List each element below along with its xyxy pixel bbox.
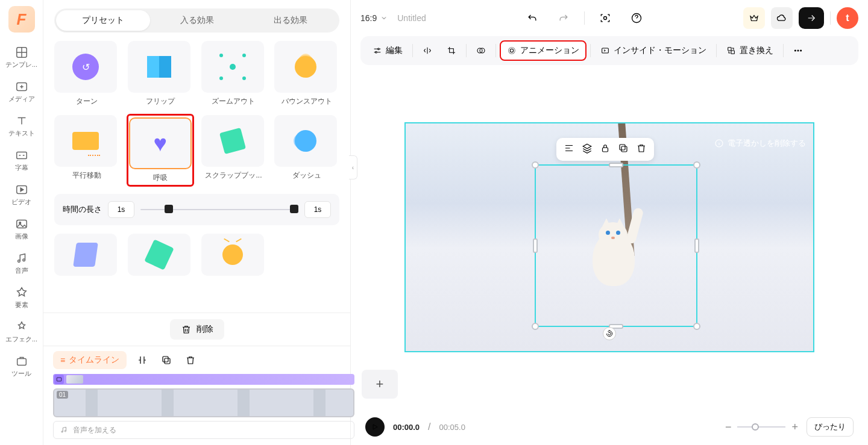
export-button[interactable] — [799, 7, 824, 29]
preset-flip[interactable]: フリップ — [128, 41, 193, 107]
user-avatar[interactable]: t — [837, 7, 858, 29]
preset-turn[interactable]: ↺ターン — [54, 41, 119, 107]
handle-n[interactable] — [609, 163, 623, 167]
nav-templates[interactable]: テンプレ... — [4, 42, 40, 73]
tab-exit[interactable]: 出る効果 — [244, 10, 338, 31]
effect-tabs: プリセット 入る効果 出る効果 — [54, 8, 339, 33]
timeline-area: ≡タイムライン 01 音声を加える — [43, 346, 350, 445]
svg-point-27 — [800, 50, 802, 51]
time-current: 00:00.0 — [393, 423, 420, 432]
zoom-slider[interactable] — [737, 426, 785, 428]
handle-se[interactable] — [693, 323, 700, 330]
replace-button[interactable]: 置き換え — [720, 42, 779, 60]
svg-point-14 — [604, 17, 607, 20]
add-audio-track[interactable]: 音声を加える — [53, 421, 354, 439]
svg-rect-23 — [728, 48, 731, 51]
scan-button[interactable] — [594, 7, 616, 29]
duration-start-value[interactable]: 1s — [108, 201, 134, 218]
selection-box[interactable] — [535, 164, 697, 327]
tab-preset[interactable]: プリセット — [56, 10, 150, 31]
preset-scrapbook[interactable]: スクラップブッ... — [201, 115, 266, 185]
info-icon — [714, 138, 724, 148]
svg-rect-10 — [163, 356, 168, 362]
svg-rect-29 — [621, 146, 627, 152]
preset-bounce-out[interactable]: バウンスアウト — [274, 41, 339, 107]
play-button[interactable] — [365, 417, 385, 437]
project-title[interactable]: Untitled — [397, 13, 426, 23]
animation-button[interactable]: アニメーション — [500, 40, 587, 61]
nav-image[interactable]: 画像 — [4, 214, 40, 244]
sliders-icon — [373, 46, 382, 55]
svg-point-26 — [797, 50, 799, 51]
preset-pan[interactable]: 平行移動 — [54, 115, 119, 185]
video-track[interactable]: 01 — [53, 388, 354, 417]
inside-motion-button[interactable]: インサイド・モーション — [594, 42, 712, 60]
redo-button[interactable] — [553, 7, 574, 29]
tab-enter[interactable]: 入る効果 — [150, 10, 244, 31]
handle-nw[interactable] — [532, 161, 539, 169]
zoom-in-button[interactable]: + — [791, 421, 798, 434]
preset-extra-2[interactable] — [128, 234, 193, 276]
app-logo[interactable]: F — [8, 6, 35, 33]
canvas[interactable]: 電子透かしを削除する — [404, 122, 814, 352]
preset-extra-3[interactable] — [201, 234, 266, 276]
preset-extra-1[interactable] — [54, 234, 119, 276]
svg-point-7 — [22, 259, 25, 261]
aspect-ratio-selector[interactable]: 16:9 — [360, 13, 388, 23]
nav-video[interactable]: ビデオ — [4, 179, 40, 210]
premium-button[interactable] — [743, 7, 765, 29]
nav-text[interactable]: テキスト — [4, 111, 40, 142]
svg-rect-11 — [57, 378, 61, 381]
nav-tools[interactable]: ツール — [4, 351, 40, 382]
lock-icon[interactable] — [600, 143, 611, 156]
nav-subtitles[interactable]: 字幕 — [4, 145, 40, 176]
duration-control: 時間の長さ 1s 1s — [54, 194, 339, 225]
handle-e[interactable] — [694, 238, 699, 253]
clip-toolbar: 編集 アニメーション インサイド・モーション 置き換え — [360, 36, 858, 65]
overlay-track[interactable] — [53, 374, 354, 385]
fit-button[interactable]: ぴったり — [807, 417, 854, 437]
duplicate-icon[interactable] — [618, 143, 629, 156]
mask-button[interactable] — [470, 42, 492, 59]
preset-dash[interactable]: ダッシュ — [274, 115, 339, 185]
handle-sw[interactable] — [532, 323, 539, 330]
nav-media[interactable]: メディア — [4, 76, 40, 107]
copy-icon[interactable] — [158, 352, 175, 369]
preset-zoom-out[interactable]: ズームアウト — [201, 41, 266, 107]
zoom-out-button[interactable]: − — [725, 421, 732, 434]
cloud-button[interactable] — [771, 7, 793, 29]
svg-point-13 — [64, 431, 66, 432]
nav-audio[interactable]: 音声 — [4, 248, 40, 279]
align-icon[interactable] — [564, 143, 574, 156]
nav-elements[interactable]: 要素 — [4, 282, 40, 313]
duration-slider[interactable] — [140, 204, 298, 215]
panel-collapse-handle[interactable]: ‹ — [349, 155, 357, 179]
timeline-tab[interactable]: ≡タイムライン — [53, 351, 127, 369]
add-clip-button[interactable]: + — [362, 370, 398, 399]
crop-button[interactable] — [441, 42, 462, 59]
flip-icon — [423, 46, 432, 55]
split-icon[interactable] — [134, 352, 151, 369]
svg-point-6 — [17, 260, 20, 263]
delete-track-icon[interactable] — [182, 352, 199, 369]
layer-icon[interactable] — [582, 143, 593, 156]
delete-button[interactable]: 削除 — [170, 319, 224, 340]
title-bar: 16:9 Untitled t — [351, 0, 868, 36]
motion-icon — [600, 46, 610, 55]
remove-watermark-chip[interactable]: 電子透かしを削除する — [714, 138, 806, 149]
handle-ne[interactable] — [693, 161, 700, 169]
edit-button[interactable]: 編集 — [366, 42, 409, 60]
nav-effects[interactable]: エフェク... — [4, 317, 40, 347]
svg-rect-24 — [731, 51, 734, 54]
duration-end-value[interactable]: 1s — [304, 201, 331, 218]
handle-w[interactable] — [533, 238, 538, 253]
flip-button[interactable] — [417, 42, 438, 59]
editor-main: 16:9 Untitled t 編集 アニメーション インサイド・モーション 置… — [351, 0, 868, 445]
delete-canvas-icon[interactable] — [636, 143, 647, 156]
preset-breath[interactable]: ♥呼吸 — [128, 115, 193, 185]
rotate-handle[interactable] — [603, 327, 616, 340]
duration-label: 時間の長さ — [63, 204, 102, 215]
help-button[interactable] — [626, 7, 647, 29]
more-button[interactable] — [787, 42, 809, 59]
undo-button[interactable] — [521, 7, 543, 29]
